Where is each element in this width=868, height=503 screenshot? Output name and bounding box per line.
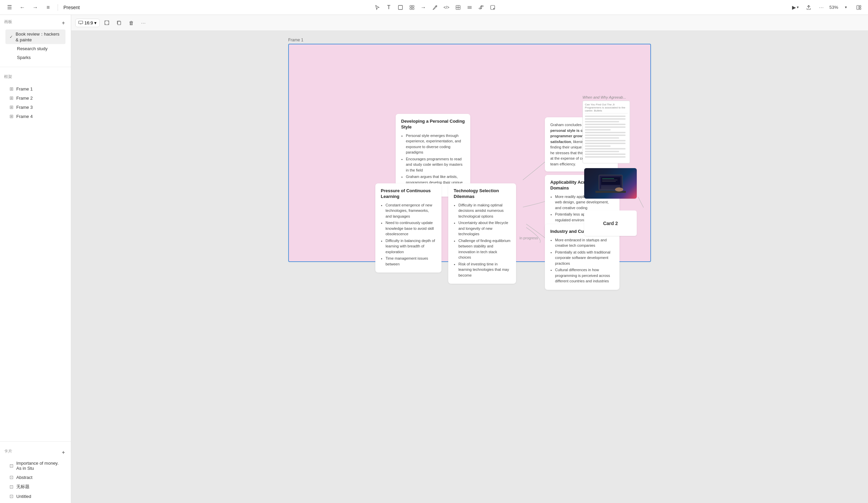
card-pressure-title: Pressure of Continuous Learning [381,188,436,200]
sidebar-divider-1 [0,67,71,67]
doc-line [585,124,626,125]
list-item: Need to continuously update knowledge ba… [385,220,436,237]
frame-tool[interactable] [395,2,406,13]
pen-tool[interactable] [430,2,441,13]
doc-header: Can You Find Out The Jt Programmers is a… [585,103,628,114]
canvas-more-button[interactable]: ··· [138,18,148,28]
canvas-copy-button[interactable] [114,18,124,28]
sidebar-item-label: Frame 1 [16,86,32,92]
canvas-delete-button[interactable]: 🗑 [126,18,136,28]
ratio-select[interactable]: 16:9 ▾ [75,19,100,27]
frames-label: 框架 [4,74,12,80]
card-icon: ⊡ [10,474,13,480]
cards-section-header: 卡片 + [4,448,67,456]
doc-preview[interactable]: Can You Find Out The Jt Programmers is a… [582,101,630,164]
sidebar-item-frame4[interactable]: ⊞ Frame 4 [6,112,65,120]
canvas-toolbar: 16:9 ▾ 🗑 ··· [71,15,868,31]
code-tool[interactable]: </> [441,2,452,13]
canvas-wrapper[interactable]: Frame 1 [71,31,868,503]
sidebar-card-abstract[interactable]: ⊡ Abstract [6,473,65,482]
layout-toggle-button[interactable] [854,2,864,12]
sidebar-card-importance[interactable]: ⊡ Importance of money. As in Stu [6,459,65,472]
card-pressure[interactable]: Pressure of Continuous Learning Constant… [375,184,442,273]
list-item: Time management issues between [385,255,436,267]
play-chevron: ▾ [797,5,799,10]
cards-label: 卡片 [4,448,12,454]
text-tool[interactable]: T [383,2,394,13]
sidebar-item-frame2[interactable]: ⊞ Frame 2 [6,94,65,102]
doc-card-container: When and Why Agreeab... Can You Find Out… [582,95,637,164]
forward-button[interactable]: → [30,2,41,13]
list-item: Difficulty in making optimal decisions a… [458,202,510,219]
add-board-button[interactable]: + [60,20,67,27]
list-item: Uncertainty about the lifecycle and long… [458,220,510,237]
list-item: Constant emergence of new technologies, … [385,202,436,219]
doc-line [585,143,626,144]
doc-line [585,118,626,120]
sidebar-item-frame3[interactable]: ⊞ Frame 3 [6,103,65,112]
grid-tool[interactable] [453,2,464,13]
doc-line [585,121,619,122]
list-item: Cultural differences in how programming … [555,267,614,284]
sidebar-item-label: Sparks [17,55,31,60]
svg-rect-4 [412,8,414,10]
sidebar-item-frame1[interactable]: ⊞ Frame 1 [6,84,65,93]
pointer-tool[interactable] [372,2,383,13]
list-item: Encourages programmers to read and study… [406,156,465,173]
note-tool[interactable] [487,2,498,13]
card-icon: ⊡ [10,484,13,490]
list-item: Risk of investing time in learning techn… [458,261,510,278]
card-industry-body: More embraced in startups and creative t… [550,237,614,284]
topbar-tools: T → </> 🖇 [82,2,787,13]
bullets-tool[interactable] [464,2,475,13]
mindmap-container: Developing a Personal Coding Style Perso… [296,51,643,254]
frame-1: Developing a Personal Coding Style Perso… [288,44,651,262]
sidebar-item-sparks[interactable]: Sparks [6,53,65,62]
frame-icon: ⊞ [10,114,13,119]
frame-icon: ⊞ [10,86,13,92]
list-button[interactable]: ≡ [43,2,54,13]
sidebar-toggle-button[interactable]: ☰ [4,2,15,13]
sidebar: 画板 + ✓ Book review：hackers & painte Rese… [0,15,71,503]
sidebar-item-label: Frame 3 [16,105,32,110]
card-2[interactable]: Card 2 [584,210,637,236]
zoom-dropdown-button[interactable]: ▾ [841,2,851,12]
card-icon: ⊡ [10,463,13,469]
doc-line [585,137,619,139]
boards-section: 画板 + ✓ Book review：hackers & painte Rese… [0,15,71,64]
sidebar-spacer [0,123,71,439]
card-2-title: Card 2 [603,221,618,226]
play-button[interactable]: ▶ ▾ [790,3,801,12]
sidebar-item-label: Untitled [16,494,31,499]
frame-icon: ⊞ [10,104,13,110]
frame-icon: ⊞ [10,95,13,101]
svg-rect-12 [857,6,859,10]
sidebar-item-book-review[interactable]: ✓ Book review：hackers & painte [6,30,65,44]
sidebar-card-untitled-zh[interactable]: ⊡ 无标题 [6,482,65,492]
frames-section: 框架 ⊞ Frame 1 ⊞ Frame 2 ⊞ Frame 3 ⊞ Frame… [0,70,71,123]
list-item: Personal style emerges through experienc… [406,133,465,155]
add-card-button[interactable]: + [60,449,67,456]
back-button[interactable]: ← [17,2,28,13]
photo-card[interactable] [584,168,637,199]
doc-line [585,116,626,117]
more-options-button[interactable]: ··· [816,2,827,12]
sidebar-card-untitled[interactable]: ⊡ Untitled [6,492,65,501]
sidebar-item-label: Research study [17,46,48,51]
attach-tool[interactable]: 🖇 [476,2,487,13]
svg-rect-26 [601,177,620,185]
list-item: More embraced in startups and creative t… [555,237,614,249]
cards-section: 卡片 + ⊡ Importance of money. As in Stu ⊡ … [0,444,71,503]
share-button[interactable] [804,2,814,12]
sidebar-item-research-study[interactable]: Research study [6,44,65,53]
arrow-tool[interactable]: → [418,2,429,13]
sidebar-item-label: Importance of money. As in Stu [16,461,61,471]
doc-line [585,154,626,155]
topbar-left: ☰ ← → ≡ Present [4,2,80,13]
doc-line [585,135,626,136]
doc-line [585,156,626,158]
component-tool[interactable] [406,2,417,13]
card-technology[interactable]: Technology Selection Dilemmas Difficulty… [448,184,516,284]
ratio-value: 16:9 [84,20,93,25]
canvas-fit-button[interactable] [102,18,112,28]
